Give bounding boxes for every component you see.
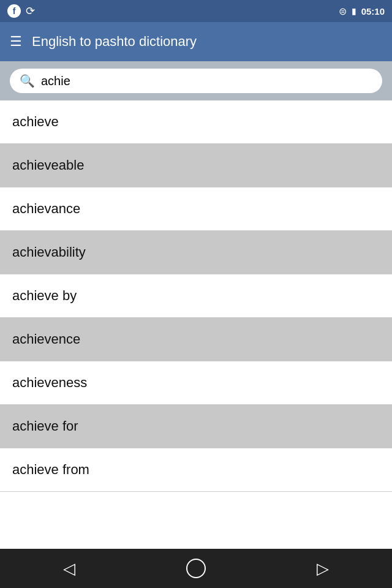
refresh-icon: ⟳ — [26, 4, 35, 18]
list-item[interactable]: achievability — [0, 231, 392, 274]
battery-icon: ▮ — [352, 6, 356, 16]
hamburger-menu-icon[interactable]: ☰ — [10, 34, 22, 50]
list-item[interactable]: achieveable — [0, 144, 392, 187]
list-item[interactable]: achieve from — [0, 448, 392, 492]
facebook-icon: f — [7, 4, 21, 18]
search-input[interactable] — [41, 74, 372, 88]
status-bar-right: ⊜ ▮ 05:10 — [339, 6, 385, 17]
forward-button[interactable]: ▷ — [302, 554, 344, 583]
wifi-icon: ⊜ — [339, 6, 347, 17]
list-item[interactable]: achieve — [0, 100, 392, 144]
list-item[interactable]: achievance — [0, 187, 392, 231]
results-list: achieveachieveableachievanceachievabilit… — [0, 100, 392, 549]
list-item[interactable]: achieve for — [0, 405, 392, 448]
search-bar-container: 🔍 — [0, 61, 392, 100]
home-button[interactable] — [186, 559, 206, 578]
list-item[interactable]: achievence — [0, 318, 392, 361]
search-bar[interactable]: 🔍 — [10, 69, 382, 93]
list-item[interactable]: achieve by — [0, 274, 392, 318]
search-icon: 🔍 — [20, 74, 35, 88]
bottom-nav: ◁ ▷ — [0, 549, 392, 588]
status-bar: f ⟳ ⊜ ▮ 05:10 — [0, 0, 392, 22]
status-bar-left: f ⟳ — [7, 4, 35, 18]
back-button[interactable]: ◁ — [48, 554, 90, 583]
clock: 05:10 — [361, 6, 385, 17]
app-title: English to pashto dictionary — [32, 34, 197, 50]
app-bar: ☰ English to pashto dictionary — [0, 22, 392, 61]
list-item[interactable]: achieveness — [0, 361, 392, 405]
